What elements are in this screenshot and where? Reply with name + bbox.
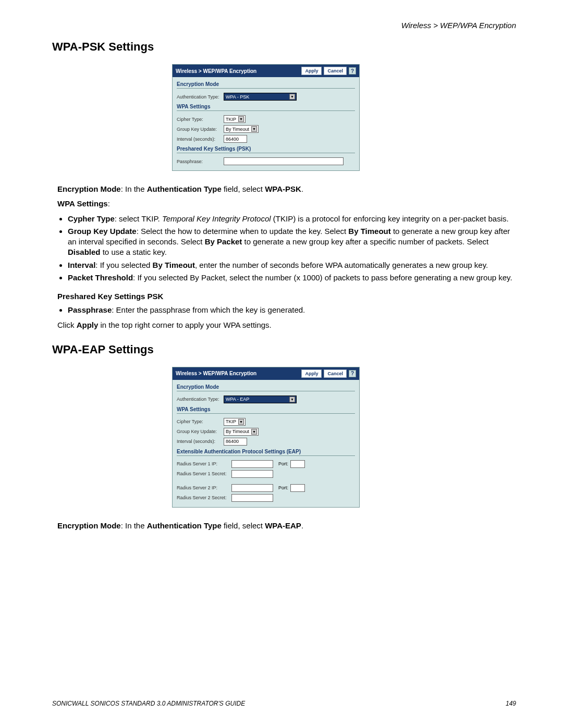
page-number: 149	[506, 700, 516, 707]
chevron-down-icon: ▼	[238, 419, 244, 425]
section-eap: Extensible Authentication Protocol Setti…	[177, 447, 355, 456]
panel-wpa-eap: Wireless > WEP/WPA Encryption Apply Canc…	[172, 367, 360, 508]
port-label: Port:	[278, 485, 288, 490]
heading-wpa-psk: WPA-PSK Settings	[52, 40, 516, 54]
cipher-type-select[interactable]: TKIP ▼	[224, 115, 246, 123]
group-key-update-value: By Timeout	[226, 127, 249, 132]
bullet-passphrase: Passphrase: Enter the passphrase from wh…	[68, 305, 516, 315]
cipher-type-value: TKIP	[226, 117, 236, 122]
radius1-secret-input[interactable]	[231, 470, 273, 478]
page-footer: SONICWALL SONICOS STANDARD 3.0 ADMINISTR…	[52, 700, 516, 707]
chevron-down-icon: ▼	[289, 397, 295, 402]
encryption-mode-line-eap: Encryption Mode: In the Authentication T…	[57, 521, 516, 531]
panel-header: Wireless > WEP/WPA Encryption Apply Canc…	[173, 65, 359, 77]
chevron-down-icon: ▼	[251, 429, 257, 435]
interval-label: Interval (seconds):	[177, 137, 224, 142]
cancel-button[interactable]: Cancel	[324, 369, 347, 378]
auth-type-value: WPA - PSK	[226, 94, 287, 100]
group-key-update-label: Group Key Update:	[177, 429, 224, 434]
bullet-gku: Group Key Update: Select the how to dete…	[68, 226, 516, 258]
heading-wpa-eap: WPA-EAP Settings	[52, 343, 516, 356]
footer-title: SONICWALL SONICOS STANDARD 3.0 ADMINISTR…	[52, 700, 245, 707]
interval-label: Interval (seconds):	[177, 439, 224, 444]
radius1-secret-label: Radius Server 1 Secret:	[177, 471, 231, 476]
auth-type-label: Authentication Type:	[177, 397, 224, 402]
group-key-update-select[interactable]: By Timeout ▼	[224, 125, 259, 133]
port-label: Port:	[278, 461, 288, 466]
auth-type-select[interactable]: WPA - EAP ▼	[224, 396, 297, 403]
apply-line: Click Apply in the top right corner to a…	[57, 320, 516, 330]
radius2-secret-label: Radius Server 2 Secret:	[177, 495, 231, 500]
help-button[interactable]: ?	[349, 370, 356, 377]
group-key-update-value: By Timeout	[226, 429, 249, 434]
interval-input[interactable]	[224, 438, 247, 446]
cipher-type-label: Cipher Type:	[177, 419, 224, 424]
cancel-button[interactable]: Cancel	[324, 67, 347, 75]
bullet-cypher: Cypher Type: select TKIP. Temporal Key I…	[68, 214, 516, 224]
panel-wpa-psk: Wireless > WEP/WPA Encryption Apply Canc…	[172, 64, 360, 171]
section-encryption-mode: Encryption Mode	[177, 382, 355, 391]
section-wpa-settings: WPA Settings	[177, 404, 355, 414]
help-button[interactable]: ?	[349, 67, 356, 75]
doc-body: Encryption Mode: In the Authentication T…	[57, 184, 516, 330]
section-psk: Preshared Key Settings (PSK)	[177, 144, 355, 153]
radius2-secret-input[interactable]	[231, 494, 273, 502]
psk-heading: Preshared Key Settings PSK	[57, 291, 516, 302]
bullet-packet: Packet Threshold: If you selected By Pac…	[68, 273, 516, 283]
auth-type-select[interactable]: WPA - PSK ▼	[224, 93, 297, 101]
bullet-interval: Interval: If you selected By Timeout, en…	[68, 260, 516, 270]
cipher-type-select[interactable]: TKIP ▼	[224, 418, 246, 426]
radius1-port-input[interactable]	[290, 460, 305, 468]
radius1-ip-label: Radius Server 1 IP:	[177, 461, 231, 466]
panel-header: Wireless > WEP/WPA Encryption Apply Canc…	[173, 367, 359, 380]
auth-type-label: Authentication Type:	[177, 94, 224, 100]
enc-mode-bold: Encryption Mode	[57, 184, 121, 193]
section-wpa-settings: WPA Settings	[177, 102, 355, 111]
panel-title: Wireless > WEP/WPA Encryption	[176, 68, 256, 74]
passphrase-input[interactable]	[224, 157, 344, 165]
passphrase-label: Passphrase:	[177, 159, 224, 164]
cipher-type-value: TKIP	[226, 419, 236, 424]
doc-body-eap: Encryption Mode: In the Authentication T…	[57, 521, 516, 531]
radius1-ip-input[interactable]	[231, 460, 273, 468]
radius2-ip-label: Radius Server 2 IP:	[177, 485, 231, 490]
radius2-ip-input[interactable]	[231, 484, 273, 492]
interval-input[interactable]	[224, 135, 247, 143]
chevron-down-icon: ▼	[289, 94, 295, 100]
panel-title: Wireless > WEP/WPA Encryption	[176, 371, 256, 376]
apply-button[interactable]: Apply	[301, 369, 322, 378]
group-key-update-select[interactable]: By Timeout ▼	[224, 428, 259, 436]
encryption-mode-line: Encryption Mode: In the Authentication T…	[57, 184, 516, 194]
wpa-settings-line: WPA Settings:	[57, 199, 516, 209]
apply-button[interactable]: Apply	[301, 67, 322, 75]
auth-type-value: WPA - EAP	[226, 397, 287, 402]
chevron-down-icon: ▼	[251, 126, 257, 132]
breadcrumb: Wireless > WEP/WPA Encryption	[52, 21, 516, 30]
radius2-port-input[interactable]	[290, 484, 305, 492]
section-encryption-mode: Encryption Mode	[177, 79, 355, 89]
group-key-update-label: Group Key Update:	[177, 127, 224, 132]
chevron-down-icon: ▼	[238, 116, 244, 122]
cipher-type-label: Cipher Type:	[177, 117, 224, 122]
